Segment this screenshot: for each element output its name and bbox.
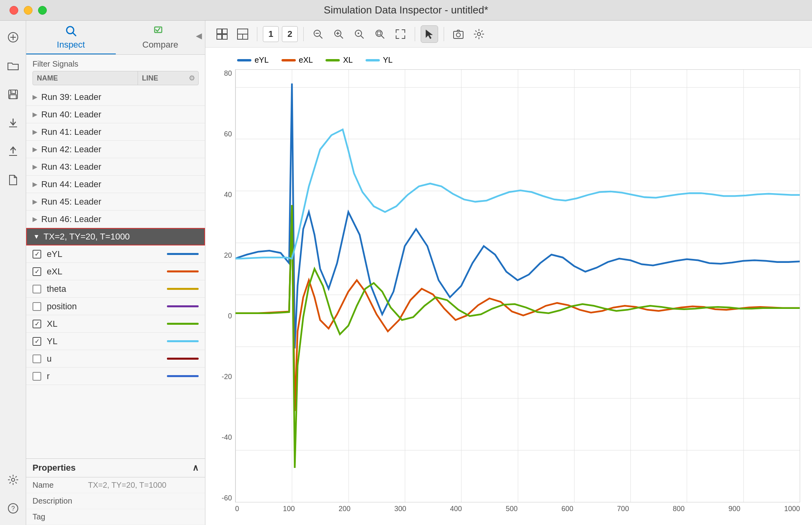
zoom-in-button[interactable] <box>330 25 347 43</box>
tab-compare[interactable]: Compare <box>116 21 205 54</box>
toolbar-sep-4 <box>444 27 444 41</box>
run-item-tx2[interactable]: ▼ TX=2, TY=20, T=1000 <box>26 228 205 245</box>
run-label: Run 44: Leader <box>41 179 102 190</box>
tab-inspect[interactable]: Inspect <box>26 21 116 54</box>
curve-yl <box>236 130 800 259</box>
add-button[interactable] <box>4 29 22 46</box>
run-item-46[interactable]: ▶ Run 46: Leader <box>26 211 205 228</box>
svg-rect-4 <box>11 90 15 94</box>
plot-area[interactable] <box>235 69 800 502</box>
svg-rect-18 <box>222 34 227 39</box>
run-item-41[interactable]: ▶ Run 41: Leader <box>26 123 205 141</box>
run-item-39[interactable]: ▶ Run 39: Leader <box>26 88 205 106</box>
run-label: Run 42: Leader <box>41 144 102 155</box>
maximize-button[interactable] <box>38 6 47 15</box>
svg-line-30 <box>361 36 364 38</box>
signal-name-position: position <box>47 301 167 312</box>
curve-xl <box>236 205 800 468</box>
settings-button[interactable] <box>4 471 22 489</box>
run-label: Run 43: Leader <box>41 162 102 172</box>
num1-button[interactable]: 1 <box>263 26 279 42</box>
run-item-42[interactable]: ▶ Run 42: Leader <box>26 141 205 158</box>
close-button[interactable] <box>10 6 18 15</box>
run-arrow: ▶ <box>33 163 37 171</box>
svg-text:?: ? <box>11 505 15 512</box>
tabs-row: Inspect Compare ◀ <box>26 21 205 55</box>
prop-name-row: Name TX=2, TY=20, T=1000 <box>26 477 205 493</box>
run-item-44[interactable]: ▶ Run 44: Leader <box>26 176 205 193</box>
properties-title: Properties <box>33 463 76 473</box>
num2-button[interactable]: 2 <box>282 26 298 42</box>
signal-name-exl: eXL <box>47 266 167 277</box>
zoom-fit-button[interactable] <box>350 25 368 43</box>
layout-grid-button[interactable] <box>213 25 231 43</box>
svg-line-26 <box>340 36 343 38</box>
folder-icon-button[interactable] <box>4 57 22 75</box>
signal-theta: theta <box>26 280 205 298</box>
grid-v-10 <box>800 70 800 502</box>
signal-checkbox-xl[interactable] <box>33 320 41 328</box>
signal-exl: eXL <box>26 263 205 280</box>
minimize-button[interactable] <box>24 6 33 15</box>
signal-name-eyl: eYL <box>47 249 167 259</box>
camera-button[interactable] <box>450 25 467 43</box>
x-label-600: 600 <box>561 505 573 513</box>
download-button[interactable] <box>4 114 22 132</box>
svg-line-13 <box>73 33 76 36</box>
upload-button[interactable] <box>4 143 22 160</box>
signal-line-r <box>167 375 199 377</box>
run-item-43[interactable]: ▶ Run 43: Leader <box>26 158 205 176</box>
settings-gear-button[interactable] <box>470 25 488 43</box>
toolbar-sep-2 <box>303 27 304 41</box>
run-label-selected: TX=2, TY=20, T=1000 <box>44 232 130 242</box>
zoom-out-button[interactable] <box>309 25 327 43</box>
x-label-100: 100 <box>283 505 295 513</box>
filter-settings-icon[interactable]: ⚙ <box>186 74 198 82</box>
svg-point-38 <box>477 33 481 36</box>
title-bar: Simulation Data Inspector - untitled* <box>0 0 812 21</box>
signal-r: r <box>26 368 205 385</box>
signal-checkbox-position[interactable] <box>33 302 41 311</box>
signal-checkbox-theta[interactable] <box>33 285 41 293</box>
x-label-500: 500 <box>506 505 517 513</box>
signal-checkbox-exl[interactable] <box>33 267 41 276</box>
signal-checkbox-yl[interactable] <box>33 337 41 346</box>
run-item-40[interactable]: ▶ Run 40: Leader <box>26 106 205 123</box>
help-button[interactable]: ? <box>4 500 22 517</box>
run-label: Run 45: Leader <box>41 197 102 207</box>
svg-point-32 <box>376 30 382 36</box>
chart-svg <box>236 70 800 502</box>
properties-panel: Properties ∧ Name TX=2, TY=20, T=1000 De… <box>26 458 205 525</box>
signal-line-xl <box>167 323 199 325</box>
properties-collapse-icon: ∧ <box>192 463 199 473</box>
legend-label-exl: eXL <box>299 56 313 65</box>
run-arrow: ▶ <box>33 146 37 153</box>
filter-col-line: LINE <box>138 71 186 85</box>
y-label-20: 20 <box>224 251 232 260</box>
signal-xl: XL <box>26 315 205 333</box>
signal-checkbox-r[interactable] <box>33 372 41 381</box>
x-label-800: 800 <box>673 505 685 513</box>
zoom-box-button[interactable] <box>371 25 389 43</box>
signal-checkbox-u[interactable] <box>33 354 41 363</box>
save-button[interactable] <box>4 86 22 103</box>
svg-line-23 <box>320 36 322 38</box>
x-label-1000: 1000 <box>784 505 800 513</box>
signal-eyl: eYL <box>26 245 205 263</box>
panel-collapse-button[interactable]: ◀ <box>196 31 202 40</box>
signal-u: u <box>26 350 205 368</box>
properties-header[interactable]: Properties ∧ <box>26 459 205 477</box>
x-label-300: 300 <box>394 505 406 513</box>
run-item-45[interactable]: ▶ Run 45: Leader <box>26 193 205 211</box>
run-label: Run 40: Leader <box>41 109 102 120</box>
document-button[interactable] <box>4 171 22 189</box>
prop-name-label: Name <box>33 481 88 490</box>
fullscreen-button[interactable] <box>392 25 409 43</box>
layout-split-button[interactable] <box>234 25 251 43</box>
chart-container: eYL eXL XL YL 80 60 <box>205 48 812 525</box>
svg-rect-17 <box>217 34 222 39</box>
cursor-button[interactable] <box>421 25 438 43</box>
signal-line-eyl <box>167 253 199 255</box>
signal-checkbox-eyl[interactable] <box>33 250 41 259</box>
run-arrow: ▶ <box>33 215 37 223</box>
